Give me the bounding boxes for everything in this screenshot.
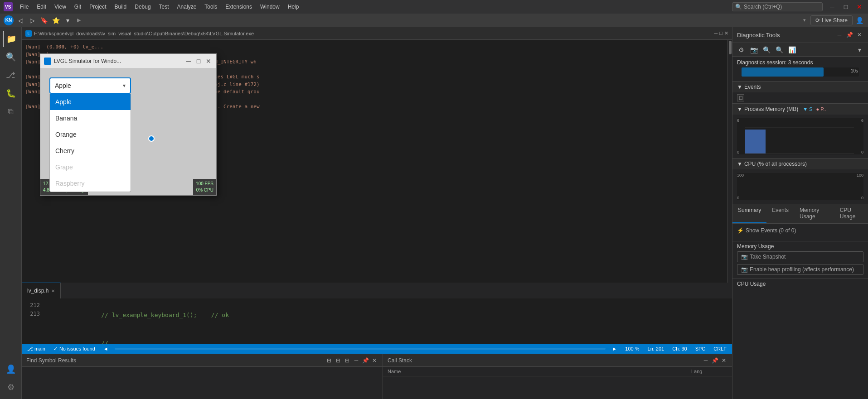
tab-cpu-usage[interactable]: CPU Usage <box>834 204 868 223</box>
user-avatar[interactable]: KN <box>4 15 14 25</box>
tab-memory-usage[interactable]: Memory Usage <box>794 204 834 223</box>
sim-close-btn[interactable]: ✕ <box>204 57 213 65</box>
status-crlf[interactable]: CRLF <box>712 346 728 351</box>
lvgl-minimize-btn[interactable]: ─ <box>714 30 718 36</box>
dropdown-item-orange[interactable]: Orange <box>50 126 131 143</box>
toolbar-forward-btn[interactable]: ▷ <box>27 15 37 25</box>
call-stack-minimize-btn[interactable]: ─ <box>702 357 709 364</box>
diag-chart-icon[interactable]: 📊 <box>787 45 797 55</box>
status-no-issues[interactable]: ✓ No issues found <box>52 346 97 352</box>
dropdown-item-banana[interactable]: Banana <box>50 110 131 126</box>
dropdown-item-grape[interactable]: Grape <box>50 159 131 175</box>
diag-dropdown-icon[interactable]: ▾ <box>854 45 864 55</box>
status-git[interactable]: ⎇ main <box>25 346 47 352</box>
status-zoom[interactable]: 100 % <box>623 346 641 351</box>
code-editor: 212 213 // lv_example_keyboard_1(); // o… <box>22 298 732 344</box>
lvgl-maximize-btn[interactable]: □ <box>719 30 723 36</box>
diag-minimize-btn[interactable]: ─ <box>835 31 844 39</box>
activity-explorer[interactable]: 📁 <box>3 31 19 47</box>
diag-camera-icon[interactable]: 📷 <box>749 45 759 55</box>
events-section-header[interactable]: ▼ Events <box>732 82 868 92</box>
settings-btn[interactable]: 👤 <box>854 15 864 25</box>
status-scroll-right[interactable]: ► <box>610 346 619 351</box>
dropdown-widget: Apple ▾ Apple Banana Orange Cherry Grape… <box>49 77 131 94</box>
enable-heap-btn[interactable]: 📷 Enable heap profiling (affects perform… <box>737 264 863 275</box>
diagnostic-session-info: Diagnostics session: 3 seconds 10s <box>732 57 868 82</box>
tab-lv-disp-label: lv_disp.h <box>27 288 48 294</box>
activity-debug[interactable]: 🐛 <box>3 85 19 101</box>
dropdown-item-cherry[interactable]: Cherry <box>50 143 131 159</box>
menu-git[interactable]: Git <box>71 2 85 12</box>
menu-search-box[interactable]: 🔍 Search (Ctrl+Q) <box>732 2 823 11</box>
find-symbol-header: Find Symbol Results ⊟ ⊟ ⊟ ─ 📌 ✕ <box>22 354 383 367</box>
menu-project[interactable]: Project <box>86 2 110 12</box>
sim-restore-btn[interactable]: □ <box>194 57 203 65</box>
diag-search-icon[interactable]: 🔍 <box>761 45 771 55</box>
find-symbol-icon-3[interactable]: ⊟ <box>344 357 351 364</box>
status-ch[interactable]: Ch: 30 <box>670 346 689 351</box>
status-spc[interactable]: SPC <box>693 346 708 351</box>
menu-analyze[interactable]: Analyze <box>174 2 200 12</box>
activity-search[interactable]: 🔍 <box>3 49 19 65</box>
activity-settings[interactable]: ⚙ <box>3 379 19 395</box>
tab-events[interactable]: Events <box>766 204 794 223</box>
menu-view[interactable]: View <box>51 2 70 12</box>
status-ln[interactable]: Ln: 201 <box>646 346 666 351</box>
activity-bar: 📁 🔍 ⎇ 🐛 ⧉ 👤 ⚙ <box>0 27 22 399</box>
output-scrollbar[interactable] <box>727 40 732 283</box>
minimize-window-btn[interactable]: ─ <box>827 2 837 12</box>
debug-selector[interactable]: ▶ ▾ <box>74 15 809 25</box>
toolbar-dropdown-btn[interactable]: ▾ <box>63 15 73 25</box>
close-window-btn[interactable]: ✕ <box>854 2 864 12</box>
menu-tools[interactable]: Tools <box>201 2 221 12</box>
cpu-section-header[interactable]: ▼ CPU (% of all processors) <box>732 159 868 169</box>
search-icon: 🔍 <box>735 4 742 10</box>
status-scroll-left[interactable]: ◄ <box>102 346 110 351</box>
status-scroll-track[interactable] <box>115 348 606 350</box>
live-share-button[interactable]: ⟳ Live Share <box>810 15 853 25</box>
dropdown-item-raspberry[interactable]: Raspberry <box>50 175 131 192</box>
menu-file[interactable]: File <box>16 2 32 12</box>
events-checkbox[interactable]: ☐ <box>737 94 744 101</box>
tab-summary[interactable]: Summary <box>732 204 766 223</box>
find-symbol-icon-2[interactable]: ⊟ <box>335 357 342 364</box>
toolbar-bookmark2-btn[interactable]: ⭐ <box>51 15 61 25</box>
menu-window[interactable]: Window <box>257 2 283 12</box>
call-stack-title: Call Stack <box>388 357 412 364</box>
output-scrollbar-thumb[interactable] <box>729 41 732 54</box>
find-symbol-minimize-btn[interactable]: ─ <box>353 357 360 364</box>
activity-git[interactable]: ⎇ <box>3 67 19 83</box>
find-symbol-icon-1[interactable]: ⊟ <box>325 357 333 364</box>
sim-minimize-btn[interactable]: ─ <box>184 57 193 65</box>
take-snapshot-btn[interactable]: 📷 Take Snapshot <box>737 251 863 262</box>
find-symbol-pin-btn[interactable]: 📌 <box>362 357 369 364</box>
activity-extensions[interactable]: ⧉ <box>3 103 19 120</box>
call-stack-close-btn[interactable]: ✕ <box>720 357 727 364</box>
sim-title-icon <box>44 58 51 65</box>
menu-debug[interactable]: Debug <box>131 2 154 12</box>
lvgl-close-btn[interactable]: ✕ <box>724 30 728 36</box>
menu-edit[interactable]: Edit <box>33 2 50 12</box>
menu-test[interactable]: Test <box>155 2 173 12</box>
dropdown-selected[interactable]: Apple ▾ <box>49 77 131 94</box>
cpu-label: CPU (% of all processors) <box>744 161 807 167</box>
no-issues-label: No issues found <box>59 346 95 351</box>
process-memory-header[interactable]: ▼ Process Memory (MB) ▼ S ● P.. <box>732 104 868 115</box>
menu-extensions[interactable]: Extensions <box>222 2 256 12</box>
process-memory-label: Process Memory (MB) <box>744 106 798 112</box>
menu-build[interactable]: Build <box>111 2 131 12</box>
toolbar-back-btn[interactable]: ◁ <box>15 15 25 25</box>
diag-close-btn[interactable]: ✕ <box>855 31 863 39</box>
maximize-window-btn[interactable]: □ <box>841 2 851 12</box>
call-stack-pin-btn[interactable]: 📌 <box>711 357 718 364</box>
menu-help[interactable]: Help <box>284 2 303 12</box>
toolbar-bookmark-btn[interactable]: 🔖 <box>39 15 49 25</box>
diag-settings-icon[interactable]: ⚙ <box>736 45 746 55</box>
dropdown-item-apple[interactable]: Apple <box>50 94 131 110</box>
diag-search2-icon[interactable]: 🔍 <box>774 45 784 55</box>
find-symbol-close-btn[interactable]: ✕ <box>371 357 378 364</box>
activity-accounts[interactable]: 👤 <box>3 361 19 377</box>
tab-lv-disp-close[interactable]: ✕ <box>51 288 55 293</box>
tab-lv-disp[interactable]: lv_disp.h ✕ <box>22 283 61 298</box>
diag-pin-btn[interactable]: 📌 <box>845 31 853 39</box>
